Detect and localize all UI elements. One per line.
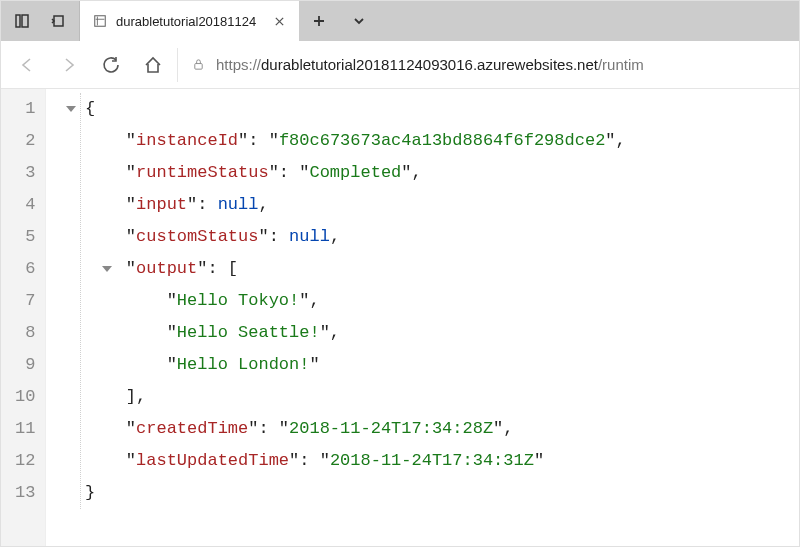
line-number: 10: [15, 381, 35, 413]
back-button[interactable]: [9, 47, 45, 83]
code-area[interactable]: { "instanceId": "f80c673673ac4a13bd8864f…: [46, 89, 799, 547]
line-number: 9: [15, 349, 35, 381]
url-path: /runtim: [598, 56, 644, 73]
new-tab-button[interactable]: [299, 1, 339, 41]
page-favicon: [92, 13, 108, 29]
code-line: "input": null,: [54, 189, 799, 221]
tab-overflow-button[interactable]: [339, 1, 379, 41]
code-line: "customStatus": null,: [54, 221, 799, 253]
line-number: 4: [15, 189, 35, 221]
tabs-aside-icon[interactable]: [7, 6, 37, 36]
url-text: https://durabletutorial20181124093016.az…: [216, 56, 644, 73]
code-line: "Hello Tokyo!",: [54, 285, 799, 317]
code-line: "instanceId": "f80c673673ac4a13bd8864f6f…: [54, 125, 799, 157]
line-number: 7: [15, 285, 35, 317]
code-line: }: [54, 477, 799, 509]
svg-rect-4: [194, 64, 201, 70]
url-scheme: https://: [216, 56, 261, 73]
lock-icon: [190, 57, 206, 73]
line-number: 6: [15, 253, 35, 285]
line-number: 11: [15, 413, 35, 445]
fold-caret-icon[interactable]: [102, 266, 112, 272]
line-number: 13: [15, 477, 35, 509]
code-line: "Hello Seattle!",: [54, 317, 799, 349]
code-line: "createdTime": "2018-11-24T17:34:28Z",: [54, 413, 799, 445]
svg-rect-1: [22, 15, 28, 27]
set-aside-icon[interactable]: [43, 6, 73, 36]
tab-actions: [299, 1, 379, 41]
browser-toolbar: https://durabletutorial20181124093016.az…: [1, 41, 799, 89]
line-number: 3: [15, 157, 35, 189]
code-line: "lastUpdatedTime": "2018-11-24T17:34:31Z…: [54, 445, 799, 477]
code-line: {: [54, 93, 799, 125]
titlebar-controls: [1, 1, 79, 41]
browser-tab[interactable]: durabletutorial20181124: [79, 1, 299, 41]
svg-rect-2: [54, 16, 63, 26]
forward-button[interactable]: [51, 47, 87, 83]
line-number: 8: [15, 317, 35, 349]
address-bar[interactable]: https://durabletutorial20181124093016.az…: [177, 48, 791, 82]
json-viewer: 1 2 3 4 5 6 7 8 9 10 11 12 13 { "instanc…: [1, 89, 799, 547]
code-line: "output": [: [54, 253, 799, 285]
tab-title: durabletutorial20181124: [116, 14, 263, 29]
svg-rect-3: [95, 16, 106, 27]
refresh-button[interactable]: [93, 47, 129, 83]
home-button[interactable]: [135, 47, 171, 83]
tab-close-button[interactable]: [271, 13, 287, 29]
url-host: durabletutorial20181124093016.azurewebsi…: [261, 56, 598, 73]
fold-caret-icon[interactable]: [66, 106, 76, 112]
code-line: ],: [54, 381, 799, 413]
line-number: 12: [15, 445, 35, 477]
line-number: 2: [15, 125, 35, 157]
browser-titlebar: durabletutorial20181124: [1, 1, 799, 41]
line-gutter: 1 2 3 4 5 6 7 8 9 10 11 12 13: [1, 89, 46, 547]
line-number: 5: [15, 221, 35, 253]
line-number: 1: [15, 93, 35, 125]
code-line: "Hello London!": [54, 349, 799, 381]
svg-rect-0: [16, 15, 20, 27]
code-line: "runtimeStatus": "Completed",: [54, 157, 799, 189]
